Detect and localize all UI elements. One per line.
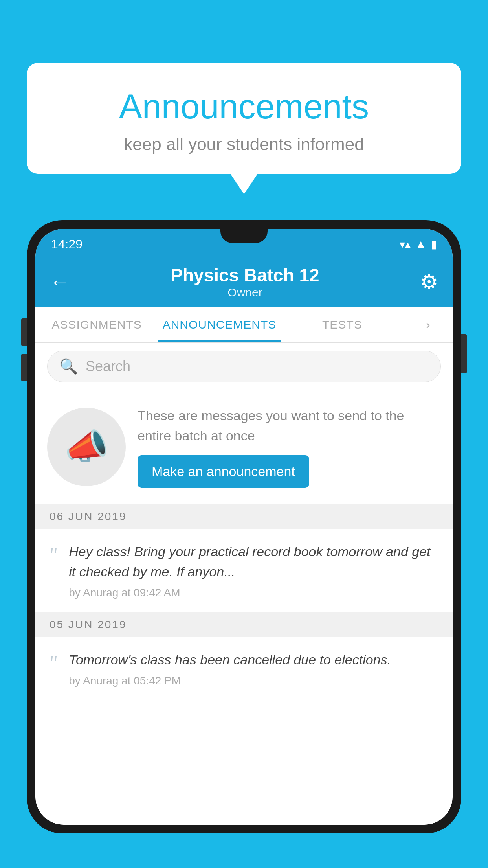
tab-more[interactable]: › bbox=[404, 307, 453, 342]
bubble-subtitle: keep all your students informed bbox=[42, 134, 446, 154]
quote-icon-1: " bbox=[50, 545, 58, 565]
app-header: ← Physics Batch 12 Owner ⚙ bbox=[35, 256, 453, 307]
settings-icon[interactable]: ⚙ bbox=[420, 270, 438, 294]
announcement-icon: 📣 bbox=[64, 426, 108, 467]
status-time: 14:29 bbox=[51, 237, 83, 252]
volume-up-button bbox=[21, 318, 27, 346]
bubble-title: Announcements bbox=[42, 86, 446, 127]
status-icons: ▾▴ ▲ ▮ bbox=[400, 238, 437, 251]
announcement-item-1[interactable]: " Hey class! Bring your practical record… bbox=[35, 529, 453, 612]
announcement-text-2: Tomorrow's class has been cancelled due … bbox=[69, 650, 438, 670]
announcement-text-1: Hey class! Bring your practical record b… bbox=[69, 542, 438, 582]
header-center: Physics Batch 12 Owner bbox=[171, 265, 319, 299]
promo-content: These are messages you want to send to t… bbox=[138, 406, 441, 488]
phone-screen: 14:29 ▾▴ ▲ ▮ ← Physics Batch 12 Owner ⚙ bbox=[35, 229, 453, 825]
announcement-meta-2: by Anurag at 05:42 PM bbox=[69, 675, 438, 687]
promo-icon-circle: 📣 bbox=[47, 408, 126, 486]
date-divider-1: 06 JUN 2019 bbox=[35, 504, 453, 529]
search-bar[interactable]: 🔍 Search bbox=[47, 351, 441, 382]
phone-outer: 14:29 ▾▴ ▲ ▮ ← Physics Batch 12 Owner ⚙ bbox=[27, 220, 461, 833]
make-announcement-button[interactable]: Make an announcement bbox=[138, 455, 309, 488]
search-placeholder: Search bbox=[86, 358, 130, 375]
tab-tests[interactable]: TESTS bbox=[281, 307, 404, 342]
back-button[interactable]: ← bbox=[50, 270, 70, 294]
speech-bubble: Announcements keep all your students inf… bbox=[27, 63, 461, 174]
tab-assignments[interactable]: ASSIGNMENTS bbox=[35, 307, 158, 342]
phone-mockup: 14:29 ▾▴ ▲ ▮ ← Physics Batch 12 Owner ⚙ bbox=[27, 220, 461, 868]
volume-down-button bbox=[21, 354, 27, 381]
speech-bubble-container: Announcements keep all your students inf… bbox=[27, 63, 461, 174]
wifi-icon: ▾▴ bbox=[400, 238, 411, 251]
announcement-content-2: Tomorrow's class has been cancelled due … bbox=[69, 650, 438, 687]
date-divider-2: 05 JUN 2019 bbox=[35, 612, 453, 637]
promo-description: These are messages you want to send to t… bbox=[138, 406, 441, 446]
phone-notch bbox=[220, 229, 268, 243]
announcement-meta-1: by Anurag at 09:42 AM bbox=[69, 587, 438, 599]
tab-bar: ASSIGNMENTS ANNOUNCEMENTS TESTS › bbox=[35, 307, 453, 343]
search-icon: 🔍 bbox=[59, 358, 78, 375]
promo-section: 📣 These are messages you want to send to… bbox=[35, 390, 453, 504]
power-button bbox=[461, 334, 467, 373]
tab-announcements[interactable]: ANNOUNCEMENTS bbox=[158, 307, 281, 342]
announcement-item-2[interactable]: " Tomorrow's class has been cancelled du… bbox=[35, 637, 453, 700]
announcement-content-1: Hey class! Bring your practical record b… bbox=[69, 542, 438, 599]
battery-icon: ▮ bbox=[431, 238, 437, 251]
signal-icon: ▲ bbox=[415, 238, 426, 250]
quote-icon-2: " bbox=[50, 653, 58, 673]
header-subtitle: Owner bbox=[171, 286, 319, 299]
header-title: Physics Batch 12 bbox=[171, 265, 319, 286]
search-container: 🔍 Search bbox=[35, 343, 453, 390]
